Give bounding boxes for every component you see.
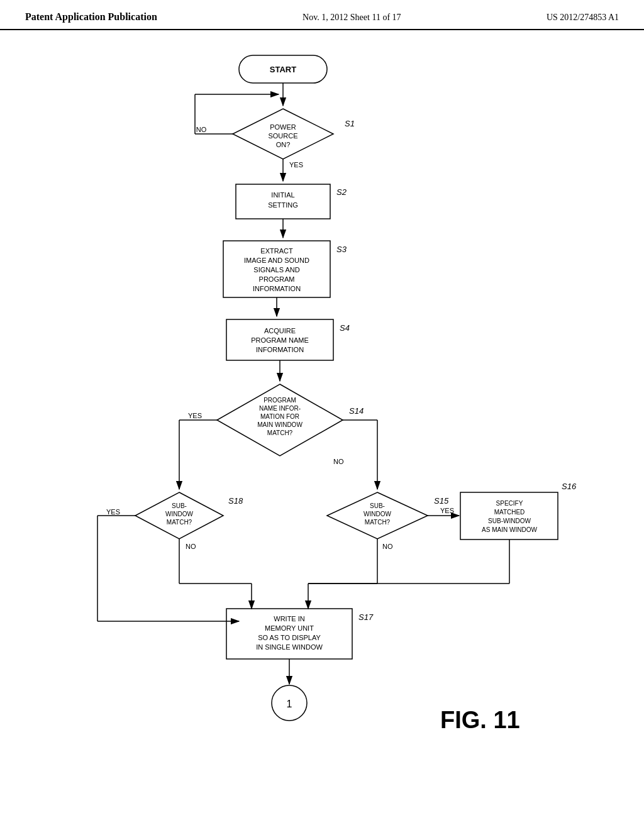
fig-label: FIG. 11 bbox=[440, 707, 520, 733]
s2-step: S2 bbox=[336, 187, 347, 197]
s18-label-line1: SUB- bbox=[172, 502, 187, 509]
s17-label-line3: SO AS TO DISPLAY bbox=[258, 634, 321, 641]
s14-label-line1: PROGRAM bbox=[264, 397, 296, 404]
s16-label-line1: SPECIFY bbox=[496, 500, 523, 507]
s2-label-line1: INITIAL bbox=[271, 191, 294, 199]
s16-label-line2: MATCHED bbox=[494, 509, 525, 516]
s15-label-line2: WINDOW bbox=[364, 511, 391, 517]
s18-label-line2: WINDOW bbox=[165, 511, 193, 517]
diagram-area: START POWER SOURCE ON? S1 NO YES INITIAL… bbox=[0, 36, 644, 791]
s1-label-line2: SOURCE bbox=[268, 132, 297, 140]
s17-step: S17 bbox=[358, 612, 374, 622]
s14-label-line3: MATION FOR bbox=[260, 413, 299, 420]
s17-label-line2: MEMORY UNIT bbox=[265, 624, 314, 632]
s4-label-line1: ACQUIRE bbox=[264, 327, 296, 335]
s1-no-label: NO bbox=[196, 126, 207, 133]
s17-label-line1: WRITE IN bbox=[274, 615, 305, 622]
s4-step: S4 bbox=[340, 323, 350, 333]
s14-label-line4: MAIN WINDOW bbox=[257, 421, 303, 428]
s3-label-line5: INFORMATION bbox=[253, 285, 301, 292]
page-header: Patent Application Publication Nov. 1, 2… bbox=[0, 0, 644, 30]
start-label: START bbox=[270, 65, 296, 74]
s4-label-line2: PROGRAM NAME bbox=[251, 336, 309, 344]
s14-label-line2: NAME INFOR- bbox=[259, 405, 301, 412]
svg-marker-14 bbox=[217, 384, 343, 456]
s15-yes-label: YES bbox=[440, 507, 454, 514]
s18-no-label: NO bbox=[186, 543, 196, 550]
s14-no-label: NO bbox=[333, 458, 344, 465]
s18-label-line3: MATCH? bbox=[167, 519, 192, 526]
s1-step: S1 bbox=[345, 119, 355, 128]
s15-no-label: NO bbox=[382, 543, 393, 550]
s4-label-line3: INFORMATION bbox=[256, 346, 304, 353]
s1-label-line3: ON? bbox=[276, 141, 291, 148]
s1-label-line1: POWER bbox=[270, 123, 296, 131]
s16-step: S16 bbox=[562, 482, 577, 491]
s3-label-line1: EXTRACT bbox=[260, 247, 293, 255]
s15-step: S15 bbox=[434, 496, 449, 506]
s3-label-line2: IMAGE AND SOUND bbox=[244, 257, 309, 264]
s15-label-line1: SUB- bbox=[370, 502, 385, 509]
s3-step: S3 bbox=[336, 245, 347, 254]
s14-step: S14 bbox=[349, 406, 364, 416]
s1-yes-label: YES bbox=[289, 161, 303, 169]
s18-yes-label: YES bbox=[106, 508, 120, 516]
header-date-sheet: Nov. 1, 2012 Sheet 11 of 17 bbox=[303, 13, 401, 23]
s3-label-line3: SIGNALS AND bbox=[253, 266, 299, 274]
s17-label-line4: IN SINGLE WINDOW bbox=[256, 643, 323, 651]
s16-label-line3: SUB-WINDOW bbox=[488, 517, 531, 524]
s15-label-line3: MATCH? bbox=[365, 519, 391, 526]
header-publication-label: Patent Application Publication bbox=[25, 11, 157, 23]
s16-label-line4: AS MAIN WINDOW bbox=[482, 526, 537, 533]
flowchart-svg: START POWER SOURCE ON? S1 NO YES INITIAL… bbox=[0, 36, 644, 791]
s18-step: S18 bbox=[228, 496, 243, 506]
s14-yes-label: YES bbox=[188, 412, 202, 419]
end-circle-label: 1 bbox=[287, 699, 292, 709]
s2-label-line2: SETTING bbox=[268, 201, 298, 209]
s14-label-line5: MATCH? bbox=[267, 429, 293, 436]
s3-label-line4: PROGRAM bbox=[259, 275, 295, 283]
header-patent-number: US 2012/274853 A1 bbox=[547, 13, 619, 23]
